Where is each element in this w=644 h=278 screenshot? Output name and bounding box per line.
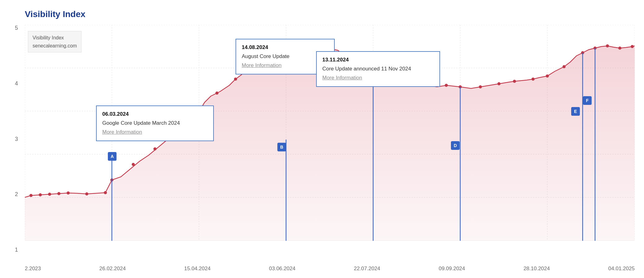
svg-point-53	[631, 45, 634, 48]
svg-point-16	[48, 193, 51, 196]
svg-point-15	[39, 193, 42, 196]
y-label-1: 1	[15, 247, 18, 253]
svg-point-39	[408, 78, 411, 81]
svg-point-23	[153, 147, 157, 150]
x-label-4: 22.07.2024	[354, 266, 380, 272]
y-label-5: 5	[15, 25, 18, 31]
svg-point-18	[67, 191, 70, 195]
svg-point-51	[606, 44, 609, 47]
svg-point-24	[175, 130, 178, 133]
y-label-3: 3	[15, 136, 18, 142]
svg-point-20	[104, 191, 107, 194]
svg-point-44	[497, 82, 501, 85]
svg-point-47	[546, 74, 549, 78]
svg-point-26	[215, 92, 218, 95]
svg-point-29	[259, 64, 262, 67]
marker-a[interactable]: A	[108, 152, 117, 161]
svg-point-30	[271, 68, 274, 71]
x-label-3: 03.06.2024	[269, 266, 295, 272]
chart-title: Visibility Index	[25, 9, 632, 19]
svg-point-14	[29, 194, 33, 197]
y-label-2: 2	[15, 191, 18, 198]
x-label-5: 09.09.2024	[439, 266, 465, 272]
x-label-7: 04.01.2025	[608, 266, 635, 272]
svg-point-27	[234, 78, 237, 81]
svg-point-32	[299, 57, 302, 61]
y-axis: 5 4 3 2 1	[0, 25, 22, 253]
x-label-2: 15.04.2024	[184, 266, 210, 272]
svg-point-38	[389, 71, 392, 74]
svg-point-45	[513, 80, 516, 83]
y-label-4: 4	[15, 80, 18, 87]
svg-point-25	[197, 110, 201, 113]
svg-point-17	[57, 192, 60, 195]
marker-f[interactable]: F	[583, 96, 592, 105]
x-label-0: 2.2023	[25, 266, 41, 272]
chart-container: Visibility Index Visibility Index seneca…	[0, 0, 644, 278]
svg-point-33	[318, 50, 321, 53]
chart-svg	[25, 25, 635, 241]
x-label-1: 26.02.2024	[99, 266, 126, 272]
svg-point-22	[132, 163, 135, 166]
svg-point-43	[479, 85, 482, 88]
svg-point-48	[562, 65, 566, 68]
svg-point-28	[246, 65, 249, 68]
svg-point-34	[330, 47, 333, 51]
svg-point-19	[85, 192, 88, 195]
svg-point-40	[426, 84, 429, 87]
svg-point-52	[618, 47, 621, 50]
svg-point-35	[349, 59, 352, 62]
x-axis: 2.2023 26.02.2024 15.04.2024 03.06.2024 …	[25, 266, 635, 272]
marker-b[interactable]: B	[277, 143, 286, 151]
marker-d[interactable]: D	[451, 141, 460, 150]
svg-point-46	[532, 78, 535, 81]
marker-e[interactable]: E	[571, 107, 580, 116]
x-label-6: 28.10.2024	[523, 266, 550, 272]
svg-point-36	[361, 65, 364, 68]
svg-point-41	[445, 84, 448, 87]
svg-point-54	[323, 47, 328, 52]
svg-point-31	[285, 69, 288, 72]
